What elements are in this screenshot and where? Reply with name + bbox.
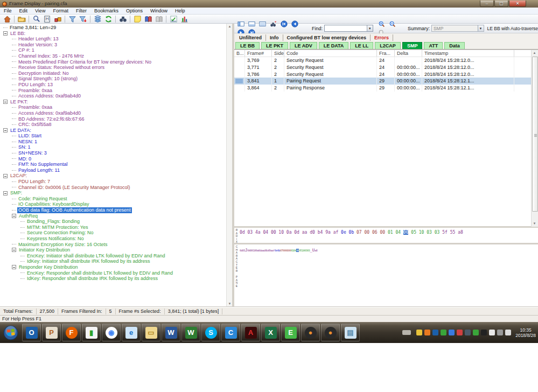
taskbar-app-wps[interactable]: W — [181, 324, 200, 341]
tree-node[interactable]: SMP: — [3, 190, 232, 196]
filter-tab-errors[interactable]: Errors — [371, 34, 393, 41]
hex-byte[interactable]: 03 — [427, 230, 432, 235]
red-pie-tray-icon[interactable] — [457, 330, 463, 335]
hex-byte[interactable]: 5f — [442, 230, 448, 235]
taskbar-app-chrome[interactable]: ◉ — [102, 324, 121, 341]
tree-node[interactable]: AuthReq — [3, 213, 232, 219]
hex-byte[interactable]: af — [333, 230, 339, 235]
blue-globe-tray-icon[interactable] — [449, 330, 455, 335]
scroll-down-icon[interactable]: ▼ — [227, 301, 232, 307]
statistics-chart-icon[interactable] — [179, 15, 189, 23]
find-frame-icon[interactable]: H — [42, 15, 52, 23]
tree-node[interactable]: OOB data flag: OOB Authentication data n… — [3, 207, 232, 213]
tree-node[interactable]: SN: 1 — [3, 144, 232, 150]
tree-node[interactable]: Initiator Key Distribution — [3, 247, 232, 253]
scrollbar-thumb[interactable] — [532, 57, 538, 212]
outlook-tray-tray-icon[interactable] — [432, 330, 438, 335]
column-header[interactable]: Frame# — [245, 50, 272, 57]
taskbar-app-capture-chart[interactable]: ▮ — [82, 324, 101, 341]
clipboard-tray-icon[interactable] — [489, 330, 495, 335]
signal-display-icon[interactable] — [169, 15, 178, 23]
collapse-icon[interactable] — [12, 265, 16, 269]
pane-horizontal-icon[interactable] — [247, 19, 256, 28]
hex-byte[interactable]: 55 — [450, 230, 456, 235]
find-frame-binoculars-icon[interactable] — [268, 19, 278, 28]
tree-node[interactable]: LLID: Start — [3, 133, 232, 139]
hex-byte[interactable]: 0d — [294, 230, 299, 235]
keyboard-tray-icon[interactable] — [402, 330, 411, 335]
taskbar-app-notepad[interactable]: ▤ — [341, 324, 360, 341]
hex-byte[interactable]: 0e — [341, 230, 346, 235]
filter-tab-info[interactable]: Info — [266, 34, 283, 41]
tree-node[interactable]: Signal Strength: 10 (strong) — [3, 76, 232, 82]
column-header[interactable]: Code — [284, 50, 377, 57]
orange-app-tray-icon[interactable] — [424, 330, 430, 335]
duplicate-display-icon[interactable] — [93, 15, 102, 23]
tree-node[interactable]: FMT: No Supplemental — [3, 162, 232, 167]
hex-bytes[interactable]: 0d 03 4a 04 00 10 0a 0d aa d0 b4 9a af 0… — [240, 230, 463, 235]
nav-first-icon[interactable] — [279, 19, 289, 28]
tree-node[interactable]: NESN: 1 — [3, 139, 232, 145]
tree-node[interactable]: PDU Length: 7 — [3, 179, 232, 185]
home-icon[interactable] — [2, 15, 12, 23]
taskbar-app-paint[interactable]: P — [42, 324, 61, 341]
hex-byte[interactable]: 04 — [395, 230, 401, 235]
decoder-book-disabled-icon[interactable] — [154, 15, 164, 23]
taskbar-app-communicator[interactable]: C — [221, 324, 240, 341]
protocol-tab-le-data[interactable]: LE DATA — [319, 42, 349, 49]
protocol-tab-smp[interactable]: SMP — [402, 42, 423, 49]
tree-node[interactable]: IO Capabilities: KeyboardDisplay — [3, 201, 232, 207]
taskbar-app-firefox[interactable]: F — [62, 324, 81, 341]
collapse-icon[interactable] — [3, 100, 8, 104]
tree-node[interactable]: Secure Connection Pairing: No — [3, 230, 232, 236]
hex-byte[interactable]: 10 — [278, 230, 284, 235]
tree-node[interactable]: Keypress Notifications: No — [3, 236, 232, 242]
scroll-down-icon[interactable]: ▼ — [532, 221, 537, 227]
find-combobox[interactable]: ▼ — [324, 25, 373, 32]
tree-node[interactable]: Receive Status: Received without errors — [3, 65, 232, 71]
taskbar-app-comprobe-1[interactable]: ● — [301, 324, 320, 341]
hex-byte[interactable]: 03 — [435, 230, 440, 235]
refresh-icon[interactable] — [103, 15, 113, 23]
column-header[interactable]: Timestamp — [422, 50, 514, 57]
hex-byte[interactable]: 05 — [411, 230, 416, 235]
taskbar-app-file-explorer[interactable]: ▭ — [142, 324, 160, 341]
taskbar-app-acrobat[interactable]: A — [241, 324, 260, 341]
tree-node[interactable]: Access Address: 0xaf9ab4d0 — [3, 93, 232, 99]
menu-options[interactable]: Options — [122, 8, 146, 13]
close-button[interactable]: ✕ — [509, 1, 526, 7]
shield-tray-icon[interactable] — [416, 330, 422, 335]
taskbar-app-word[interactable]: W — [162, 324, 180, 341]
hex-byte[interactable]: b4 — [318, 230, 323, 235]
collapse-icon[interactable] — [12, 214, 16, 218]
table-scrollbar[interactable]: ▲ ▼ — [531, 50, 538, 227]
filter-icon[interactable] — [67, 15, 77, 23]
taskbar-app-outlook[interactable]: O — [22, 324, 41, 341]
protocol-tab-l2cap[interactable]: L2CAP — [375, 42, 401, 49]
menu-bookmarks[interactable]: Bookmarks — [90, 8, 122, 13]
tree-node[interactable]: Maximum Encryption Key Size: 16 Octets — [3, 242, 232, 248]
summary-dropdown[interactable]: SMP ▼ — [431, 25, 484, 32]
green-box-tray-icon[interactable] — [473, 330, 479, 335]
pane-list-icon[interactable] — [257, 19, 267, 28]
filter-apply-icon[interactable] — [78, 15, 88, 23]
add-note-icon[interactable] — [132, 15, 142, 23]
tree-node[interactable]: Frame 3,841: Len=29 — [3, 25, 232, 31]
tree-node[interactable]: IdKey: Responder shall distribute IRK fo… — [3, 276, 232, 282]
dish-tray-icon[interactable] — [481, 330, 487, 335]
column-header[interactable]: Fra... — [377, 50, 395, 57]
tree-node[interactable]: Access Address: 0xaf9ab4d0 — [3, 110, 232, 116]
tree-node[interactable]: Header Length: 13 — [3, 36, 232, 42]
tree-node[interactable]: L2CAP: — [3, 173, 232, 179]
tree-node[interactable]: Preamble: 0xaa — [3, 88, 232, 94]
tree-node[interactable]: LE DATA: — [3, 128, 232, 134]
hex-byte[interactable]: 0b — [349, 230, 354, 235]
tree-node[interactable]: LE BB: — [3, 31, 232, 37]
protocol-tab-le-ll[interactable]: LE LL — [350, 42, 373, 49]
hex-byte[interactable]: 04 — [263, 230, 268, 235]
hex-byte[interactable]: 00 — [403, 230, 409, 235]
protocol-tab-le-pkt[interactable]: LE PKT — [261, 42, 288, 49]
hex-byte[interactable]: 0a — [287, 230, 292, 235]
zoom-out-icon[interactable] — [388, 19, 397, 28]
scroll-up-icon[interactable]: ▲ — [227, 24, 232, 30]
